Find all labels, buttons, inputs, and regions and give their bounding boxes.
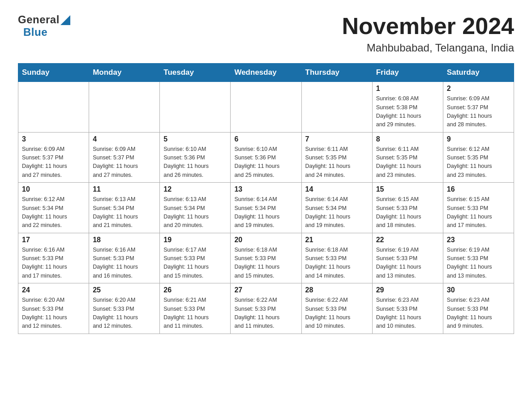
logo-triangle-icon bbox=[60, 15, 70, 25]
calendar-cell: 25Sunrise: 6:20 AM Sunset: 5:33 PM Dayli… bbox=[89, 283, 160, 334]
calendar-cell: 29Sunrise: 6:23 AM Sunset: 5:33 PM Dayli… bbox=[372, 283, 443, 334]
day-number: 19 bbox=[163, 236, 227, 244]
day-number: 14 bbox=[305, 185, 369, 193]
logo-general-text: General bbox=[18, 13, 60, 26]
day-info: Sunrise: 6:14 AM Sunset: 5:34 PM Dayligh… bbox=[305, 195, 369, 230]
calendar-cell bbox=[18, 82, 89, 133]
day-number: 12 bbox=[163, 185, 227, 193]
calendar-cell bbox=[160, 82, 231, 133]
day-info: Sunrise: 6:10 AM Sunset: 5:36 PM Dayligh… bbox=[234, 145, 297, 180]
calendar-week-row: 3Sunrise: 6:09 AM Sunset: 5:37 PM Daylig… bbox=[18, 132, 514, 183]
calendar-cell: 7Sunrise: 6:11 AM Sunset: 5:35 PM Daylig… bbox=[301, 132, 372, 183]
day-number: 20 bbox=[234, 236, 297, 244]
calendar-week-row: 24Sunrise: 6:20 AM Sunset: 5:33 PM Dayli… bbox=[18, 283, 514, 334]
calendar-cell: 27Sunrise: 6:22 AM Sunset: 5:33 PM Dayli… bbox=[231, 283, 301, 334]
day-number: 11 bbox=[93, 185, 156, 193]
calendar-cell: 17Sunrise: 6:16 AM Sunset: 5:33 PM Dayli… bbox=[18, 233, 89, 283]
day-number: 21 bbox=[305, 236, 369, 244]
day-info: Sunrise: 6:11 AM Sunset: 5:35 PM Dayligh… bbox=[376, 145, 439, 180]
day-number: 29 bbox=[376, 286, 439, 294]
logo-blue-text: Blue bbox=[23, 26, 47, 39]
day-info: Sunrise: 6:12 AM Sunset: 5:35 PM Dayligh… bbox=[447, 145, 510, 180]
calendar-cell bbox=[89, 82, 160, 133]
day-info: Sunrise: 6:08 AM Sunset: 5:38 PM Dayligh… bbox=[376, 94, 439, 129]
day-number: 25 bbox=[93, 286, 156, 294]
weekday-header-sunday: Sunday bbox=[18, 64, 89, 82]
day-number: 15 bbox=[376, 185, 439, 193]
day-number: 16 bbox=[447, 185, 510, 193]
day-info: Sunrise: 6:16 AM Sunset: 5:33 PM Dayligh… bbox=[22, 246, 85, 281]
title-area: November 2024 Mahbubabad, Telangana, Ind… bbox=[342, 13, 514, 54]
calendar-cell: 1Sunrise: 6:08 AM Sunset: 5:38 PM Daylig… bbox=[372, 82, 443, 133]
calendar-cell: 22Sunrise: 6:19 AM Sunset: 5:33 PM Dayli… bbox=[372, 233, 443, 283]
calendar-cell: 3Sunrise: 6:09 AM Sunset: 5:37 PM Daylig… bbox=[18, 132, 89, 183]
day-info: Sunrise: 6:17 AM Sunset: 5:33 PM Dayligh… bbox=[163, 246, 227, 281]
logo: General Blue bbox=[18, 13, 70, 39]
day-info: Sunrise: 6:10 AM Sunset: 5:36 PM Dayligh… bbox=[163, 145, 227, 180]
day-number: 27 bbox=[234, 286, 297, 294]
calendar-cell: 19Sunrise: 6:17 AM Sunset: 5:33 PM Dayli… bbox=[160, 233, 231, 283]
day-number: 2 bbox=[447, 85, 510, 93]
calendar-cell: 20Sunrise: 6:18 AM Sunset: 5:33 PM Dayli… bbox=[231, 233, 301, 283]
day-number: 6 bbox=[234, 135, 297, 143]
weekday-header-friday: Friday bbox=[372, 64, 443, 82]
day-info: Sunrise: 6:12 AM Sunset: 5:34 PM Dayligh… bbox=[22, 195, 85, 230]
day-number: 8 bbox=[376, 135, 439, 143]
calendar-cell bbox=[231, 82, 301, 133]
calendar-cell: 4Sunrise: 6:09 AM Sunset: 5:37 PM Daylig… bbox=[89, 132, 160, 183]
calendar-cell: 26Sunrise: 6:21 AM Sunset: 5:33 PM Dayli… bbox=[160, 283, 231, 334]
day-info: Sunrise: 6:15 AM Sunset: 5:33 PM Dayligh… bbox=[447, 195, 510, 230]
calendar-cell: 8Sunrise: 6:11 AM Sunset: 5:35 PM Daylig… bbox=[372, 132, 443, 183]
calendar-cell: 16Sunrise: 6:15 AM Sunset: 5:33 PM Dayli… bbox=[443, 183, 514, 233]
day-info: Sunrise: 6:22 AM Sunset: 5:33 PM Dayligh… bbox=[234, 296, 297, 331]
day-number: 17 bbox=[22, 236, 85, 244]
day-info: Sunrise: 6:18 AM Sunset: 5:33 PM Dayligh… bbox=[305, 246, 369, 281]
svg-marker-0 bbox=[60, 15, 70, 25]
month-title: November 2024 bbox=[342, 13, 514, 39]
calendar-cell: 30Sunrise: 6:23 AM Sunset: 5:33 PM Dayli… bbox=[443, 283, 514, 334]
day-info: Sunrise: 6:19 AM Sunset: 5:33 PM Dayligh… bbox=[447, 246, 510, 281]
calendar-cell: 24Sunrise: 6:20 AM Sunset: 5:33 PM Dayli… bbox=[18, 283, 89, 334]
day-info: Sunrise: 6:13 AM Sunset: 5:34 PM Dayligh… bbox=[93, 195, 156, 230]
calendar-cell: 15Sunrise: 6:15 AM Sunset: 5:33 PM Dayli… bbox=[372, 183, 443, 233]
day-info: Sunrise: 6:19 AM Sunset: 5:33 PM Dayligh… bbox=[376, 246, 439, 281]
calendar-cell: 21Sunrise: 6:18 AM Sunset: 5:33 PM Dayli… bbox=[301, 233, 372, 283]
calendar-week-row: 1Sunrise: 6:08 AM Sunset: 5:38 PM Daylig… bbox=[18, 82, 514, 133]
calendar-cell: 13Sunrise: 6:14 AM Sunset: 5:34 PM Dayli… bbox=[231, 183, 301, 233]
day-number: 26 bbox=[163, 286, 227, 294]
location-title: Mahbubabad, Telangana, India bbox=[342, 42, 514, 54]
weekday-header-saturday: Saturday bbox=[443, 64, 514, 82]
day-number: 9 bbox=[447, 135, 510, 143]
day-info: Sunrise: 6:09 AM Sunset: 5:37 PM Dayligh… bbox=[93, 145, 156, 180]
calendar-cell: 11Sunrise: 6:13 AM Sunset: 5:34 PM Dayli… bbox=[89, 183, 160, 233]
calendar-cell: 12Sunrise: 6:13 AM Sunset: 5:34 PM Dayli… bbox=[160, 183, 231, 233]
day-number: 28 bbox=[305, 286, 369, 294]
calendar-cell: 2Sunrise: 6:09 AM Sunset: 5:37 PM Daylig… bbox=[443, 82, 514, 133]
header: General Blue November 2024 Mahbubabad, T… bbox=[18, 13, 514, 54]
calendar-cell: 23Sunrise: 6:19 AM Sunset: 5:33 PM Dayli… bbox=[443, 233, 514, 283]
day-info: Sunrise: 6:20 AM Sunset: 5:33 PM Dayligh… bbox=[22, 296, 85, 331]
day-info: Sunrise: 6:18 AM Sunset: 5:33 PM Dayligh… bbox=[234, 246, 297, 281]
day-number: 4 bbox=[93, 135, 156, 143]
day-number: 7 bbox=[305, 135, 369, 143]
day-info: Sunrise: 6:20 AM Sunset: 5:33 PM Dayligh… bbox=[93, 296, 156, 331]
day-info: Sunrise: 6:23 AM Sunset: 5:33 PM Dayligh… bbox=[376, 296, 439, 331]
calendar-cell: 9Sunrise: 6:12 AM Sunset: 5:35 PM Daylig… bbox=[443, 132, 514, 183]
calendar-cell bbox=[301, 82, 372, 133]
day-number: 24 bbox=[22, 286, 85, 294]
day-info: Sunrise: 6:16 AM Sunset: 5:33 PM Dayligh… bbox=[93, 246, 156, 281]
calendar-week-row: 10Sunrise: 6:12 AM Sunset: 5:34 PM Dayli… bbox=[18, 183, 514, 233]
day-info: Sunrise: 6:23 AM Sunset: 5:33 PM Dayligh… bbox=[447, 296, 510, 331]
day-number: 3 bbox=[22, 135, 85, 143]
day-number: 18 bbox=[93, 236, 156, 244]
calendar-cell: 18Sunrise: 6:16 AM Sunset: 5:33 PM Dayli… bbox=[89, 233, 160, 283]
weekday-header-tuesday: Tuesday bbox=[160, 64, 231, 82]
day-info: Sunrise: 6:09 AM Sunset: 5:37 PM Dayligh… bbox=[22, 145, 85, 180]
calendar-week-row: 17Sunrise: 6:16 AM Sunset: 5:33 PM Dayli… bbox=[18, 233, 514, 283]
day-info: Sunrise: 6:22 AM Sunset: 5:33 PM Dayligh… bbox=[305, 296, 369, 331]
day-number: 13 bbox=[234, 185, 297, 193]
day-info: Sunrise: 6:09 AM Sunset: 5:37 PM Dayligh… bbox=[447, 94, 510, 129]
weekday-header-thursday: Thursday bbox=[301, 64, 372, 82]
day-info: Sunrise: 6:14 AM Sunset: 5:34 PM Dayligh… bbox=[234, 195, 297, 230]
calendar-table: SundayMondayTuesdayWednesdayThursdayFrid… bbox=[18, 63, 514, 334]
